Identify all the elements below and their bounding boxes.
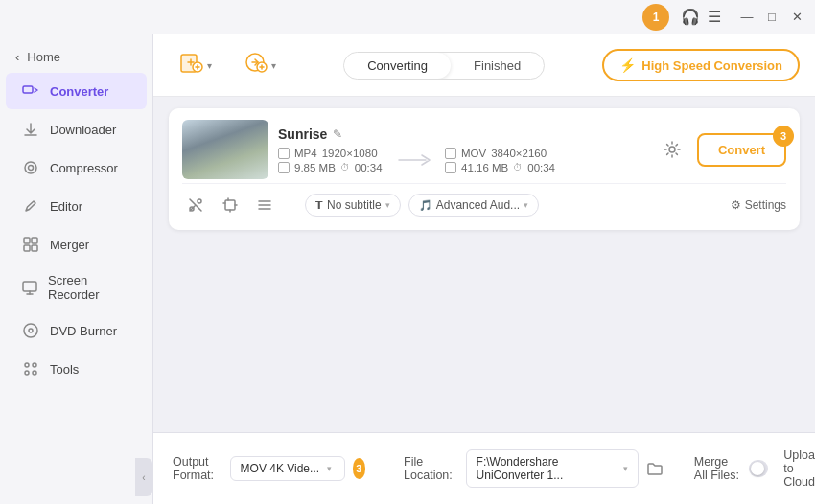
upload-to-cloud-row: Upload to Cloud ☁	[783, 448, 815, 489]
svg-rect-5	[24, 245, 30, 251]
source-format-checkbox	[278, 148, 290, 159]
svg-point-2	[29, 166, 34, 171]
sidebar-item-downloader[interactable]: Downloader	[6, 111, 147, 148]
svg-point-8	[24, 324, 37, 337]
merge-toggle[interactable]	[749, 460, 768, 477]
menu-icon[interactable]: ☰	[708, 8, 721, 26]
folder-icon-button[interactable]	[646, 457, 664, 480]
file-location-dropdown[interactable]: F:\Wondershare UniConverter 1... ▾	[466, 449, 639, 488]
main-layout: ‹ Home Converter Downloader	[0, 34, 815, 504]
tab-converting[interactable]: Converting	[344, 53, 451, 79]
output-format-label: Output Format:	[173, 455, 222, 482]
high-speed-button[interactable]: ⚡ High Speed Conversion	[602, 49, 800, 81]
svg-point-9	[29, 329, 33, 332]
subtitle-dropdown[interactable]: 𝗧 No subtitle ▾	[305, 194, 401, 217]
lightning-icon: ⚡	[619, 57, 636, 73]
settings-gear-icon: ⚙	[731, 198, 741, 212]
title-bar-controls: 1 🎧 ☰ — □ ✕	[642, 4, 807, 31]
svg-point-12	[25, 371, 29, 375]
title-bar: 1 🎧 ☰ — □ ✕	[0, 0, 815, 34]
sidebar-item-converter-label: Converter	[50, 84, 108, 99]
source-size-checkbox	[278, 162, 290, 173]
target-time-icon: ⏱	[513, 162, 523, 172]
svg-point-19	[669, 147, 675, 152]
sidebar: ‹ Home Converter Downloader	[0, 34, 153, 504]
menu-icon-button[interactable]	[251, 192, 278, 218]
svg-rect-3	[24, 238, 30, 243]
sidebar-item-converter[interactable]: Converter	[6, 73, 147, 109]
svg-point-13	[33, 371, 36, 375]
file-card: Sunrise ✎ MP4 1920×1080	[169, 108, 800, 230]
content-area: ▾ ▾ Converting Finished	[153, 34, 815, 504]
sidebar-item-downloader-label: Downloader	[50, 123, 116, 137]
file-edit-icon[interactable]: ✎	[333, 127, 342, 141]
dvd-burner-icon	[21, 321, 40, 340]
target-size-checkbox	[445, 162, 456, 173]
sidebar-item-screen-recorder-label: Screen Recorder	[48, 273, 131, 302]
audio-chevron: ▾	[524, 200, 528, 210]
tab-finished[interactable]: Finished	[451, 53, 544, 79]
minimize-button[interactable]: —	[736, 7, 757, 28]
toggle-knob	[751, 462, 764, 475]
merge-label: Merge All Files:	[694, 455, 742, 482]
subtitle-icon: 𝗧	[315, 199, 323, 212]
sidebar-back-button[interactable]: ‹ Home	[0, 42, 152, 72]
sidebar-item-tools[interactable]: Tools	[6, 351, 147, 387]
file-card-main: Sunrise ✎ MP4 1920×1080	[182, 120, 786, 179]
cut-icon-button[interactable]	[182, 192, 209, 218]
svg-point-11	[33, 363, 36, 367]
toolbar: ▾ ▾ Converting Finished	[153, 34, 815, 97]
sidebar-collapse-button[interactable]: ‹	[135, 458, 152, 496]
audio-dropdown[interactable]: 🎵 Advanced Aud... ▾	[408, 194, 539, 217]
output-format-chevron: ▾	[327, 464, 332, 473]
settings-button[interactable]: ⚙ Settings	[731, 198, 786, 212]
audio-label: Advanced Aud...	[436, 198, 520, 212]
sidebar-item-compressor-label: Compressor	[50, 161, 118, 175]
target-format: MOV	[461, 148, 486, 159]
target-resolution: 3840×2160	[491, 148, 547, 159]
crop-icon-button[interactable]	[217, 192, 244, 218]
output-format-value: MOV 4K Vide...	[241, 462, 319, 475]
file-settings-icon-button[interactable]	[657, 134, 687, 165]
source-size: 9.85 MB	[294, 162, 336, 173]
file-location-field: File Location: F:\Wondershare UniConvert…	[404, 449, 664, 488]
file-location-value: F:\Wondershare UniConverter 1...	[477, 455, 616, 482]
add-file-button[interactable]: ▾	[169, 44, 221, 86]
target-size: 41.16 MB	[461, 162, 508, 173]
sidebar-item-compressor[interactable]: Compressor	[6, 149, 147, 186]
sidebar-item-editor[interactable]: Editor	[6, 188, 147, 224]
source-time-icon: ⏱	[340, 162, 350, 172]
tools-icon	[21, 359, 40, 378]
svg-rect-7	[23, 282, 36, 291]
convert-badge: 3	[773, 126, 794, 147]
svg-rect-6	[32, 245, 37, 251]
output-format-dropdown[interactable]: MOV 4K Vide... ▾	[230, 456, 345, 481]
sidebar-item-merger[interactable]: Merger	[6, 226, 147, 263]
sidebar-item-dvd-burner[interactable]: DVD Burner	[6, 312, 147, 349]
add-url-button[interactable]: ▾	[233, 44, 286, 86]
headphone-icon[interactable]: 🎧	[681, 8, 700, 26]
downloader-icon	[21, 120, 40, 139]
upload-label: Upload to Cloud	[783, 448, 815, 489]
sidebar-item-screen-recorder[interactable]: Screen Recorder	[6, 264, 147, 310]
close-button[interactable]: ✕	[786, 7, 807, 28]
audio-icon: 🎵	[419, 199, 432, 212]
file-actions-row: 𝗧 No subtitle ▾ 🎵 Advanced Aud... ▾ ⚙ Se…	[182, 183, 786, 218]
file-name-row: Sunrise ✎	[278, 126, 647, 142]
source-format-row: MP4 1920×1080	[278, 148, 384, 159]
screen-recorder-icon	[21, 278, 38, 297]
add-file-icon	[178, 50, 203, 80]
subtitle-label: No subtitle	[327, 198, 382, 212]
target-size-row: 41.16 MB ⏱ 00:34	[445, 162, 555, 173]
svg-rect-0	[23, 86, 33, 93]
file-details: Sunrise ✎ MP4 1920×1080	[278, 126, 647, 173]
add-url-chevron: ▾	[271, 60, 276, 71]
source-format: MP4	[294, 148, 317, 159]
add-file-chevron: ▾	[207, 60, 212, 71]
app-icon-badge: 1	[642, 4, 669, 31]
sidebar-item-editor-label: Editor	[50, 199, 82, 214]
output-format-field: Output Format: MOV 4K Vide... ▾ 3	[173, 455, 365, 482]
maximize-button[interactable]: □	[761, 7, 782, 28]
back-icon: ‹	[15, 50, 19, 64]
svg-rect-22	[225, 200, 235, 210]
